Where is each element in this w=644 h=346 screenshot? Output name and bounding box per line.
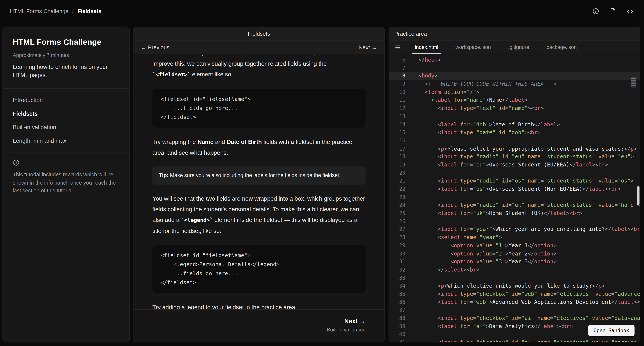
code-line[interactable]: 30 <option value="2">Year 2</option> (389, 250, 640, 258)
code-line[interactable]: 14 <label for="dob">Date of Birth</label… (389, 120, 640, 128)
code-line[interactable]: 12 <input type="text" id="name"><br> (389, 104, 640, 112)
code-text: <select name="year"> (412, 233, 640, 241)
bold-text: Date of Birth (226, 139, 262, 145)
code-line[interactable]: 28 <select name="year"> (389, 233, 640, 241)
line-number: 23 (389, 193, 412, 201)
tab-gitignore[interactable]: .gitignore (500, 41, 538, 54)
code-line[interactable]: 6 </head> (389, 56, 640, 64)
breadcrumb-current: Fieldsets (77, 8, 102, 14)
code-line[interactable]: 18 <input type="radio" id="eu" name="stu… (389, 153, 640, 161)
tip-box: Tip: Make sure you're also including the… (152, 167, 366, 184)
line-number: 28 (389, 233, 412, 241)
open-sandbox-button[interactable]: Open Sandbox (588, 325, 635, 337)
code-line[interactable]: 24 <input type="radio" id="uk" name="stu… (389, 201, 640, 209)
sidebar-item-introduction[interactable]: Introduction (13, 93, 120, 107)
line-number: 27 (389, 225, 412, 233)
sidebar-item-built-in-validation[interactable]: Built-in validation (13, 120, 120, 134)
line-number: 12 (389, 104, 412, 112)
tab-index-html[interactable]: index.html (406, 41, 447, 54)
next-button[interactable]: Next → (359, 44, 377, 50)
scrollbar-thumb[interactable] (637, 186, 639, 205)
line-number: 39 (389, 322, 412, 330)
breadcrumb-separator: / (72, 8, 74, 14)
code-line[interactable]: 15 <input type="date" id="dob"><br> (389, 128, 640, 136)
divider (3, 153, 129, 153)
code-line[interactable]: 27 <label for="year">Which year are you … (389, 225, 640, 233)
code-text: <p>Please select your appropriate studen… (412, 145, 640, 153)
line-number: 38 (389, 314, 412, 322)
code-line[interactable]: 32 </select><br> (389, 266, 640, 274)
code-line[interactable]: 17 <p>Please select your appropriate stu… (389, 145, 640, 153)
bold-text: Tip: (159, 172, 168, 178)
lesson-section-title: Fieldsets (134, 27, 384, 41)
file-menu-button[interactable] (389, 41, 406, 54)
code-text: <label for="web">Advanced Web Applicatio… (412, 298, 640, 306)
line-number: 25 (389, 209, 412, 217)
breadcrumb-root-link[interactable]: HTML Forms Challenge (10, 8, 68, 14)
sidebar-item-length-min-and-max[interactable]: Length, min and max (13, 134, 120, 147)
code-line[interactable]: 11 <label for="name">Name</label> (389, 96, 640, 104)
code-text: <label for="os">Overseas Student (Non-EU… (412, 185, 640, 193)
footer-next-target: Built-in validation (152, 327, 366, 333)
info-circle-icon (13, 159, 20, 166)
tutorial-description: Learning how to enrich forms on your HTM… (13, 63, 120, 79)
code-line[interactable]: 23 (389, 193, 640, 201)
tab-workspace-json[interactable]: workspace.json (447, 41, 500, 54)
previous-button[interactable]: ← Previous (141, 44, 170, 50)
code-icon (626, 8, 634, 15)
code-line[interactable]: 29 <option value="1">Year 1</option> (389, 241, 640, 250)
paragraph-clipped: form now collects quite a few fields, so… (152, 55, 366, 58)
code-text: <option value="3">Year 3</option> (412, 258, 640, 266)
code-editor[interactable]: 6 </head>78 <body>9 <!-- WRITE YOUR CODE… (389, 55, 640, 342)
paragraph: Try wrapping the Name and Date of Birth … (152, 137, 366, 158)
line-number: 33 (389, 274, 412, 282)
code-line[interactable]: 22 <label for="os">Overseas Student (Non… (389, 185, 640, 193)
breadcrumb: HTML Forms Challenge / Fieldsets (10, 8, 102, 14)
code-line[interactable]: 8 <body> (389, 72, 640, 80)
code-line[interactable]: 20 (389, 169, 640, 177)
code-line[interactable]: 16 (389, 137, 640, 145)
topbar-actions (592, 7, 634, 15)
footer-next-button[interactable]: Next → (344, 318, 366, 324)
code-button[interactable] (626, 7, 634, 15)
code-line[interactable]: 37 (389, 306, 640, 314)
sidebar-item-fieldsets[interactable]: Fieldsets (13, 107, 120, 120)
code-line[interactable]: 9 <!-- WRITE YOUR CODE WITHIN THIS AREA … (389, 80, 640, 88)
code-line[interactable]: 21 <input type="radio" id="os" name="stu… (389, 177, 640, 185)
code-line[interactable]: 36 <label for="web">Advanced Web Applica… (389, 298, 640, 306)
code-line[interactable]: 35 <input type="checkbox" id="web" name=… (389, 290, 640, 298)
tab-list: index.htmlworkspace.json.gitignorepackag… (406, 41, 586, 54)
tab-package-json[interactable]: package.json (538, 41, 585, 54)
code-line[interactable]: 25 <label for="uk">Home Student (UK)</la… (389, 209, 640, 217)
minimap[interactable] (631, 77, 636, 88)
lesson-content: form now collects quite a few fields, so… (134, 55, 384, 309)
code-line[interactable]: 26 (389, 217, 640, 225)
info-button[interactable] (592, 7, 600, 15)
code-line[interactable]: 19 <label for="eu">Overseas Student (EU/… (389, 161, 640, 169)
editor-rows: 6 </head>78 <body>9 <!-- WRITE YOUR CODE… (389, 55, 640, 342)
code-text (412, 217, 640, 225)
code-text: <label for="dob">Date of Birth</label> (412, 120, 640, 128)
code-line[interactable]: 34 <p>Which elective units would you lik… (389, 282, 640, 290)
topbar: HTML Forms Challenge / Fieldsets (0, 0, 644, 22)
inline-code: `<legend>` (181, 217, 213, 223)
file-button[interactable] (609, 7, 617, 15)
code-text: <option value="1">Year 1</option> (412, 241, 640, 250)
line-number: 14 (389, 120, 412, 128)
code-line[interactable]: 31 <option value="3">Year 3</option> (389, 258, 640, 266)
code-line[interactable]: 38 <input type="checkbox" id="ai" name="… (389, 314, 640, 322)
practice-panel: Practice area index.htmlworkspace.json.g… (388, 27, 640, 343)
text-run: improve this, we can visually group toge… (152, 60, 327, 67)
code-text: <label for="year">Which year are you enr… (412, 225, 640, 233)
tutorial-sidebar: HTML Forms Challenge Approximately 7 min… (2, 27, 130, 343)
code-text: </select><br> (412, 266, 640, 274)
line-number: 34 (389, 282, 412, 290)
code-line[interactable]: 33 (389, 274, 640, 282)
code-line[interactable]: 13 (389, 112, 640, 120)
code-line[interactable]: 7 (389, 64, 640, 72)
code-line[interactable]: 10 <form action="/"> (389, 88, 640, 96)
code-text: <input type="checkbox" id="web" name="el… (412, 290, 640, 298)
code-line[interactable]: 41 <input type="checkbox" id="ml" name="… (389, 338, 640, 342)
editor-scrollbar[interactable] (636, 55, 640, 342)
lesson-panel: Fieldsets ← Previous Next → form now col… (133, 27, 385, 343)
